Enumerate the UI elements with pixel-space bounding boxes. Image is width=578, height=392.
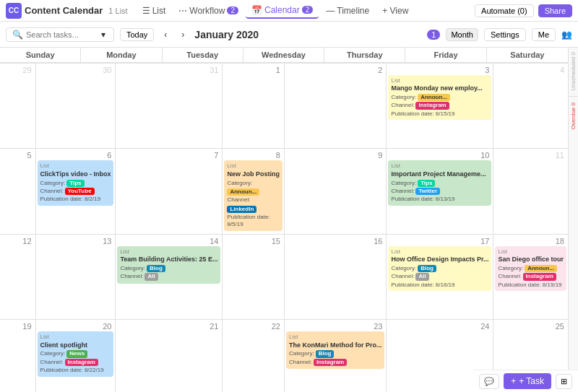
day-cell-10[interactable]: 10 List Important Project Manageme... Ca… [387, 149, 493, 234]
bottom-bar: 💬 + + Task ⊞ [473, 370, 578, 392]
right-side-panel: Unscheduled 0 Overdue 0 [568, 48, 578, 392]
me-button[interactable]: Me [532, 28, 556, 41]
day-cell[interactable]: 9 [285, 149, 387, 234]
day-cell[interactable]: 4 [493, 64, 568, 149]
header-tuesday: Tuesday [163, 48, 243, 63]
toolbar: 🔍 ▾ Today ‹ › January 2020 1 Month Setti… [0, 22, 578, 48]
share-button[interactable]: Share [538, 4, 572, 17]
nav-tabs: ☰ List ⋯ Workflow 2 📅 Calendar 2 — Timel… [137, 3, 472, 19]
day-cell[interactable]: 2 [285, 64, 387, 149]
month-selector[interactable]: Month [446, 28, 478, 41]
top-nav: CC Content Calendar 1 List ☰ List ⋯ Work… [0, 0, 578, 22]
add-task-button[interactable]: + + Task [504, 373, 551, 389]
header-sunday: Sunday [0, 48, 81, 63]
search-icon: 🔍 [12, 30, 23, 40]
day-cell-3[interactable]: 3 List Mango Monday new employ... Catego… [387, 64, 493, 149]
day-headers: Sunday Monday Tuesday Wednesday Thursday… [0, 48, 568, 64]
chevron-down-icon: ▾ [101, 30, 105, 40]
header-wednesday: Wednesday [243, 48, 324, 63]
day-cell-20[interactable]: 20 List Client spotlight Category: News … [36, 320, 116, 392]
nav-right: Automate (0) Share [475, 4, 572, 17]
unscheduled-label: Unscheduled 0 [569, 48, 578, 95]
event-card[interactable]: List Client spotlight Category: News Cha… [38, 331, 114, 376]
day-cell[interactable]: 15 [223, 235, 285, 320]
timeline-icon: — [326, 6, 335, 16]
plus-icon: + [511, 376, 516, 386]
calendar-area: Sunday Monday Tuesday Wednesday Thursday… [0, 48, 578, 392]
overdue-label: Overdue 0 [569, 98, 578, 134]
header-saturday: Saturday [487, 48, 568, 63]
day-cell[interactable]: 12 [0, 235, 36, 320]
filter-badge[interactable]: 1 [427, 30, 440, 40]
header-monday: Monday [81, 48, 162, 63]
prev-arrow[interactable]: ‹ [160, 28, 171, 41]
main-calendar: Sunday Monday Tuesday Wednesday Thursday… [0, 48, 568, 392]
month-title: January 2020 [194, 29, 259, 40]
event-card[interactable]: List San Diego office tour Category: Ann… [495, 246, 566, 291]
day-cell[interactable]: 13 [36, 235, 116, 320]
day-cell-23[interactable]: 23 List The KonMari Method for Pro... Ca… [285, 320, 387, 392]
event-card[interactable]: List Mango Monday new employ... Category… [388, 75, 491, 120]
settings-button[interactable]: Settings [484, 28, 526, 41]
tab-calendar[interactable]: 📅 Calendar 2 [246, 3, 319, 19]
day-cell[interactable]: 11 [493, 149, 568, 234]
day-cell[interactable]: 5 [0, 149, 36, 234]
workflow-icon: ⋯ [178, 6, 187, 16]
grid-button[interactable]: ⊞ [556, 374, 572, 389]
day-cell[interactable]: 22 [223, 320, 285, 392]
event-card[interactable]: List Team Building Activities: 25 E... C… [117, 246, 220, 284]
day-cell[interactable]: 16 [285, 235, 387, 320]
day-cell[interactable]: 30 [36, 64, 116, 149]
app-logo: CC [6, 3, 22, 19]
day-cell[interactable]: 31 [116, 64, 223, 149]
day-cell-17[interactable]: 17 List How Office Design Impacts Pr... … [387, 235, 493, 320]
day-cell[interactable]: 7 [116, 149, 223, 234]
day-cell-18[interactable]: 18 List San Diego office tour Category: … [493, 235, 568, 320]
tab-timeline[interactable]: — Timeline [320, 4, 375, 18]
next-arrow[interactable]: › [177, 28, 189, 41]
chat-button[interactable]: 💬 [479, 374, 499, 389]
event-card[interactable]: List The KonMari Method for Pro... Categ… [286, 331, 385, 369]
event-card[interactable]: List Important Project Manageme... Categ… [388, 160, 491, 205]
event-card[interactable]: List How Office Design Impacts Pr... Cat… [388, 246, 491, 291]
day-cell-14[interactable]: 14 List Team Building Activities: 25 E..… [116, 235, 223, 320]
search-box[interactable]: 🔍 ▾ [6, 27, 114, 42]
header-friday: Friday [405, 48, 486, 63]
users-icon[interactable]: 👥 [561, 30, 572, 40]
tab-list[interactable]: ☰ List [137, 4, 172, 18]
list-icon: ☰ [142, 6, 150, 16]
automate-button[interactable]: Automate (0) [475, 4, 534, 17]
app-title: Content Calendar [25, 5, 103, 16]
day-cell[interactable]: 1 [223, 64, 285, 149]
event-card[interactable]: List ClickTips video - Inbox Category: T… [38, 160, 114, 205]
today-button[interactable]: Today [120, 28, 154, 41]
day-cell-6[interactable]: 6 List ClickTips video - Inbox Category:… [36, 149, 116, 234]
header-thursday: Thursday [324, 48, 405, 63]
calendar-icon: 📅 [251, 5, 262, 15]
days-grid: 29 30 31 1 2 3 List Mango Monday new emp… [0, 64, 568, 392]
day-cell[interactable]: 21 [116, 320, 223, 392]
day-cell[interactable]: 19 [0, 320, 36, 392]
tab-add-view[interactable]: + View [376, 4, 414, 18]
search-input[interactable] [26, 30, 98, 39]
day-cell-8[interactable]: 8 List New Job Posting Category: Announ.… [223, 149, 285, 234]
tab-workflow[interactable]: ⋯ Workflow 2 [173, 4, 244, 18]
app-subtitle: 1 List [108, 6, 127, 15]
day-cell[interactable]: 29 [0, 64, 36, 149]
event-card[interactable]: List New Job Posting Category: Announ...… [224, 160, 282, 230]
